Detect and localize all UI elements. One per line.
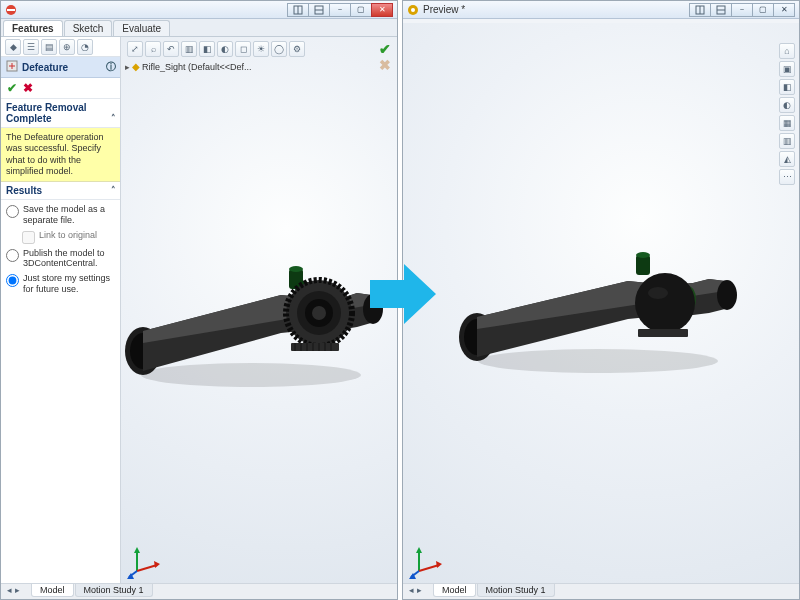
minimize-button[interactable]: － bbox=[329, 3, 351, 17]
right-viewport[interactable]: ⌂ ▣ ◧ ◐ ▦ ▥ ◭ ⋯ bbox=[403, 23, 799, 583]
svg-point-19 bbox=[297, 291, 341, 335]
model-rifle-scope-defeatured bbox=[443, 233, 753, 383]
svg-point-9 bbox=[130, 333, 156, 369]
pm-icon[interactable]: ☰ bbox=[23, 39, 39, 55]
front-view-icon[interactable]: ▣ bbox=[779, 61, 795, 77]
svg-point-18 bbox=[286, 280, 352, 346]
opt-link-checkbox[interactable] bbox=[22, 231, 35, 244]
bt-prev-icon[interactable]: ◂ ▸ bbox=[409, 584, 433, 595]
svg-line-32 bbox=[137, 565, 157, 571]
svg-rect-53 bbox=[638, 329, 688, 337]
ok-check-icon[interactable]: ✔ bbox=[7, 81, 17, 95]
left-viewport[interactable]: ⤢ ⌕ ↶ ▥ ◧ ◐ ◻ ☀ ◯ ⚙ ▸ ◆ Rifle_Sight (Def… bbox=[121, 37, 397, 583]
svg-rect-14 bbox=[289, 269, 303, 289]
scene-icon[interactable]: ☀ bbox=[253, 41, 269, 57]
viewport-accept-icon[interactable]: ✔ bbox=[379, 41, 391, 57]
hide-show-icon[interactable]: ◻ bbox=[235, 41, 251, 57]
more-icon[interactable]: ⋯ bbox=[779, 169, 795, 185]
section-results-label: Results bbox=[6, 185, 42, 196]
property-manager: ◆ ☰ ▤ ⊕ ◔ Defeature ⓘ ✔ ✖ Feature Remova… bbox=[1, 37, 121, 583]
view-settings-icon[interactable]: ⚙ bbox=[289, 41, 305, 57]
opt-link-original[interactable]: Link to original bbox=[22, 230, 115, 244]
prev-view-icon[interactable]: ↶ bbox=[163, 41, 179, 57]
right-window-controls: － ▢ ✕ bbox=[690, 3, 795, 17]
svg-marker-11 bbox=[143, 293, 371, 343]
opt-store[interactable]: Just store my settings for future use. bbox=[6, 273, 115, 295]
viewport-reject-icon[interactable]: ✖ bbox=[379, 57, 391, 73]
tab-sketch[interactable]: Sketch bbox=[64, 20, 113, 36]
svg-point-13 bbox=[316, 309, 332, 335]
expand-arrow-icon[interactable]: ▸ bbox=[125, 62, 130, 72]
svg-point-47 bbox=[717, 280, 737, 310]
featuretree-icon[interactable]: ◆ bbox=[5, 39, 21, 55]
defeature-icon bbox=[6, 60, 18, 74]
opt-save-label: Save the model as a separate file. bbox=[23, 204, 115, 226]
pm-title: Defeature ⓘ bbox=[1, 57, 120, 78]
svg-line-56 bbox=[419, 565, 439, 571]
opt-store-radio[interactable] bbox=[6, 274, 19, 287]
section-fr-label: Feature Removal Complete bbox=[6, 102, 87, 124]
opt-publish-radio[interactable] bbox=[6, 249, 19, 262]
close-button[interactable]: ✕ bbox=[773, 3, 795, 17]
right-titlebar: Preview * － ▢ ✕ bbox=[403, 1, 799, 19]
left-bottom-tabs: ◂ ▸ Model Motion Study 1 bbox=[1, 583, 397, 599]
tab-features[interactable]: Features bbox=[3, 20, 63, 36]
opt-save-separate[interactable]: Save the model as a separate file. bbox=[6, 204, 115, 226]
svg-point-21 bbox=[312, 306, 326, 320]
bottom-tab-model[interactable]: Model bbox=[31, 584, 74, 597]
svg-marker-46 bbox=[477, 279, 725, 329]
collapse-caret-icon: ˄ bbox=[111, 113, 116, 123]
layout2-button[interactable] bbox=[308, 3, 330, 17]
view-orient-icon[interactable]: ◧ bbox=[199, 41, 215, 57]
home-view-icon[interactable]: ⌂ bbox=[779, 43, 795, 59]
bt-prev-icon[interactable]: ◂ ▸ bbox=[7, 584, 31, 595]
svg-marker-55 bbox=[416, 547, 422, 553]
shade-icon[interactable]: ◐ bbox=[779, 97, 795, 113]
svg-point-52 bbox=[648, 287, 668, 299]
layout1-button[interactable] bbox=[287, 3, 309, 17]
right-bottom-tabs: ◂ ▸ Model Motion Study 1 bbox=[403, 583, 799, 599]
model-rifle-scope-detailed bbox=[121, 247, 391, 397]
section-feature-removal[interactable]: Feature Removal Complete ˄ bbox=[1, 99, 120, 128]
opt-link-label: Link to original bbox=[39, 230, 97, 241]
right-vertical-toolbar: ⌂ ▣ ◧ ◐ ▦ ▥ ◭ ⋯ bbox=[779, 43, 797, 185]
zoom-fit-icon[interactable]: ⤢ bbox=[127, 41, 143, 57]
maximize-button[interactable]: ▢ bbox=[350, 3, 372, 17]
feature-tree-breadcrumb[interactable]: ▸ ◆ Rifle_Sight (Default<<Def... bbox=[125, 61, 252, 72]
display-style-icon[interactable]: ◐ bbox=[217, 41, 233, 57]
svg-point-15 bbox=[289, 266, 303, 272]
bottom-tab-model[interactable]: Model bbox=[433, 584, 476, 597]
perspective-icon[interactable]: ◭ bbox=[779, 151, 795, 167]
svg-point-44 bbox=[464, 319, 490, 355]
svg-marker-10 bbox=[143, 293, 371, 371]
minimize-button[interactable]: － bbox=[731, 3, 753, 17]
bottom-tab-motion-study[interactable]: Motion Study 1 bbox=[75, 584, 153, 597]
zoom-area-icon[interactable]: ⌕ bbox=[145, 41, 161, 57]
opt-publish-label: Publish the model to 3DContentCentral. bbox=[23, 248, 115, 270]
layout2-button[interactable] bbox=[710, 3, 732, 17]
section-icon[interactable]: ▥ bbox=[779, 133, 795, 149]
appearance-icon[interactable]: ◯ bbox=[271, 41, 287, 57]
svg-point-51 bbox=[635, 273, 695, 333]
wire-icon[interactable]: ▦ bbox=[779, 115, 795, 131]
collapse-caret-icon: ˄ bbox=[111, 185, 116, 195]
cancel-x-icon[interactable]: ✖ bbox=[23, 81, 33, 95]
section-results[interactable]: Results ˄ bbox=[1, 182, 120, 200]
section-view-icon[interactable]: ▥ bbox=[181, 41, 197, 57]
opt-publish[interactable]: Publish the model to 3DContentCentral. bbox=[6, 248, 115, 270]
pm-help-icon[interactable]: ⓘ bbox=[106, 60, 116, 74]
layout1-button[interactable] bbox=[689, 3, 711, 17]
left-top-tabs: Features Sketch Evaluate bbox=[1, 19, 397, 37]
bottom-tab-motion-study[interactable]: Motion Study 1 bbox=[477, 584, 555, 597]
close-button[interactable]: ✕ bbox=[371, 3, 393, 17]
pm-title-text: Defeature bbox=[22, 62, 68, 73]
opt-save-radio[interactable] bbox=[6, 205, 19, 218]
right-window: Preview * － ▢ ✕ ⌂ ▣ ◧ ◐ ▦ ▥ ◭ ⋯ bbox=[402, 0, 800, 600]
maximize-button[interactable]: ▢ bbox=[752, 3, 774, 17]
tab-evaluate[interactable]: Evaluate bbox=[113, 20, 170, 36]
display-icon[interactable]: ◔ bbox=[77, 39, 93, 55]
dim-icon[interactable]: ⊕ bbox=[59, 39, 75, 55]
preview-app-icon bbox=[407, 4, 419, 16]
config-icon[interactable]: ▤ bbox=[41, 39, 57, 55]
iso-view-icon[interactable]: ◧ bbox=[779, 79, 795, 95]
